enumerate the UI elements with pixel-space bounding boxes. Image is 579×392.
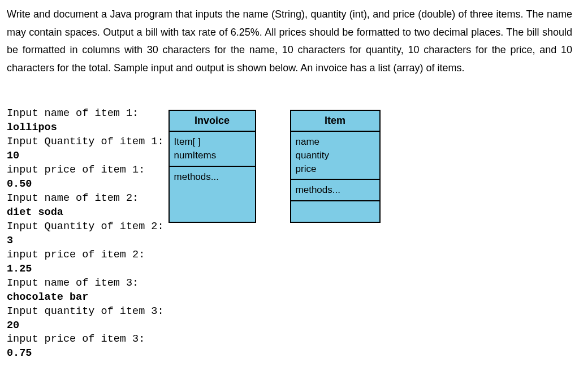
sample-io-block: Input name of item 1: lollipos Input Qua… [7,93,164,361]
prompt-qty-1: Input Quantity of item 1: [7,136,164,148]
uml-item-attr-1: name [296,135,375,149]
uml-invoice-attributes: Item[ ] numItems [170,132,255,167]
input-price-1: 0.50 [7,178,32,190]
prompt-name-3: Input name of item 3: [7,277,139,289]
input-price-2: 1.25 [7,263,32,275]
input-name-2: diet soda [7,206,63,218]
uml-item-attr-2: quantity [296,149,375,162]
uml-item-methods: methods... [291,180,379,201]
input-qty-1: 10 [7,150,19,162]
prompt-qty-3: Input quantity of item 3: [7,305,164,317]
uml-invoice-attr-2: numItems [174,149,250,162]
prompt-price-3: input price of item 3: [7,333,145,345]
input-price-3: 0.75 [7,347,32,359]
problem-instructions: Write and document a Java program that i… [7,6,572,77]
uml-invoice-attr-1: Item[ ] [174,135,250,149]
uml-item-empty-section [291,201,379,222]
uml-item-attributes: name quantity price [291,132,379,180]
content-area: Input name of item 1: lollipos Input Qua… [7,93,572,361]
uml-diagrams: Invoice Item[ ] numItems methods... Item… [168,110,381,223]
prompt-price-1: input price of item 1: [7,164,145,176]
uml-invoice-methods: methods... [170,167,255,187]
prompt-name-2: Input name of item 2: [7,192,139,204]
input-name-1: lollipos [7,122,57,133]
input-qty-3: 20 [7,320,19,331]
prompt-price-2: input price of item 2: [7,249,145,261]
uml-invoice-title: Invoice [170,111,255,132]
uml-item-attr-3: price [296,162,375,176]
prompt-name-1: Input name of item 1: [7,107,139,119]
prompt-qty-2: Input Quantity of item 2: [7,221,164,232]
uml-item-title: Item [291,111,379,132]
uml-item-box: Item name quantity price methods... [290,110,381,223]
uml-invoice-box: Invoice Item[ ] numItems methods... [168,110,256,223]
input-name-3: chocolate bar [7,291,88,303]
input-qty-2: 3 [7,235,13,247]
